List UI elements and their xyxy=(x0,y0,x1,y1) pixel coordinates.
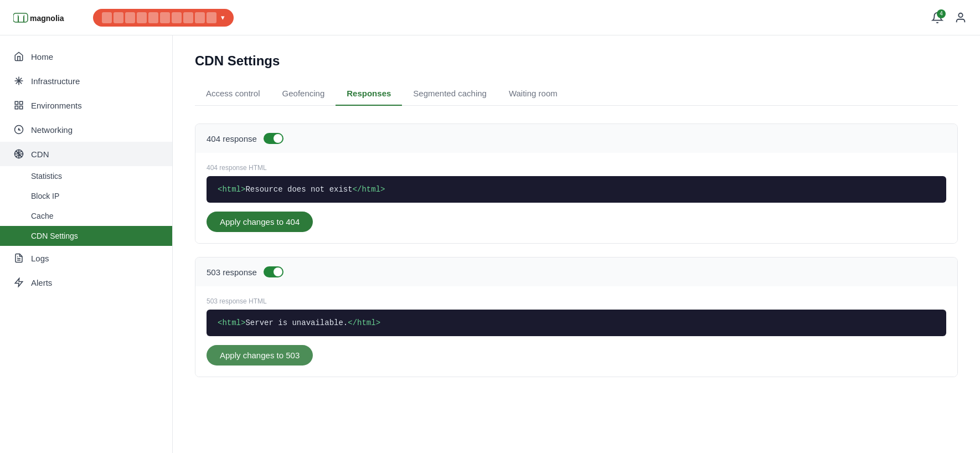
grid-icon xyxy=(13,100,24,111)
sidebar-sub-item-label: CDN Settings xyxy=(31,231,78,240)
sidebar-sub-item-label: Cache xyxy=(31,212,53,220)
svg-marker-20 xyxy=(15,279,23,287)
sidebar-item-label: Alerts xyxy=(31,278,52,287)
topbar: magnolia ▾ 4 xyxy=(0,0,980,35)
logo-svg: magnolia xyxy=(13,10,80,25)
code-tag-open-404: <html> xyxy=(218,185,245,194)
tabs: Access control Geofencing Responses Segm… xyxy=(195,82,958,106)
chevron-down-icon: ▾ xyxy=(221,13,225,22)
svg-point-1 xyxy=(958,13,962,17)
code-text-404: Resource does not exist xyxy=(245,185,352,194)
toggle-503[interactable] xyxy=(264,266,283,277)
env-block xyxy=(102,12,112,23)
sidebar-item-label: CDN xyxy=(31,150,49,159)
topbar-left: magnolia ▾ xyxy=(13,9,234,27)
sidebar-item-label: Networking xyxy=(31,125,73,135)
sidebar-item-home[interactable]: Home xyxy=(0,44,172,69)
env-blocks xyxy=(102,12,216,23)
notifications-button[interactable]: 4 xyxy=(931,12,943,24)
sidebar-item-alerts[interactable]: Alerts xyxy=(0,270,172,295)
asterisk-icon xyxy=(13,75,24,86)
sidebar-item-infrastructure[interactable]: Infrastructure xyxy=(0,69,172,93)
response-header-503: 503 response xyxy=(195,258,957,286)
code-tag-open-503: <html> xyxy=(218,318,245,327)
notification-badge: 4 xyxy=(937,9,946,18)
svg-rect-6 xyxy=(15,101,18,104)
svg-rect-9 xyxy=(15,106,18,109)
tab-responses[interactable]: Responses xyxy=(336,82,402,106)
tab-geofencing[interactable]: Geofencing xyxy=(271,82,336,106)
main-layout: Home Infrastructure Environments xyxy=(0,35,980,453)
response-header-404: 404 response xyxy=(195,124,957,153)
svg-text:magnolia: magnolia xyxy=(30,14,64,23)
env-block xyxy=(172,12,182,23)
sidebar-sub-item-block-ip[interactable]: Block IP xyxy=(0,186,172,206)
sidebar-item-label: Logs xyxy=(31,254,49,263)
svg-rect-8 xyxy=(20,106,23,109)
env-block xyxy=(125,12,135,23)
env-block xyxy=(137,12,147,23)
env-block xyxy=(114,12,123,23)
apply-changes-404-button[interactable]: Apply changes to 404 xyxy=(207,212,313,232)
tab-waiting-room[interactable]: Waiting room xyxy=(498,82,569,106)
sidebar-sub-item-cache[interactable]: Cache xyxy=(0,206,172,226)
code-tag-close-404: </html> xyxy=(353,185,385,194)
logs-icon xyxy=(13,253,24,264)
response-title-404: 404 response xyxy=(207,134,257,143)
sidebar-item-label: Environments xyxy=(31,101,82,110)
code-label-404: 404 response HTML xyxy=(207,164,946,172)
sidebar-sub-item-label: Block IP xyxy=(31,192,59,200)
sidebar-sub-item-statistics[interactable]: Statistics xyxy=(0,166,172,186)
sidebar-item-label: Infrastructure xyxy=(31,76,80,86)
apply-changes-503-button[interactable]: Apply changes to 503 xyxy=(207,345,313,366)
sidebar-item-cdn[interactable]: CDN xyxy=(0,142,172,166)
svg-rect-7 xyxy=(20,101,23,104)
env-block xyxy=(195,12,205,23)
sidebar-item-networking[interactable]: Networking xyxy=(0,117,172,142)
response-title-503: 503 response xyxy=(207,267,257,277)
main-content: CDN Settings Access control Geofencing R… xyxy=(173,35,980,453)
env-block xyxy=(207,12,216,23)
response-body-404: 404 response HTML <html>Resource does no… xyxy=(195,153,957,243)
logo: magnolia xyxy=(13,10,80,25)
env-block xyxy=(160,12,170,23)
svg-point-13 xyxy=(18,129,19,130)
response-body-503: 503 response HTML <html>Server is unavai… xyxy=(195,286,957,377)
alerts-icon xyxy=(13,277,24,288)
response-card-404: 404 response 404 response HTML <html>Res… xyxy=(195,123,958,244)
tab-access-control[interactable]: Access control xyxy=(195,82,271,106)
toggle-404[interactable] xyxy=(264,133,283,144)
sidebar-item-logs[interactable]: Logs xyxy=(0,246,172,270)
page-title: CDN Settings xyxy=(195,53,958,69)
sidebar-item-environments[interactable]: Environments xyxy=(0,93,172,117)
sidebar: Home Infrastructure Environments xyxy=(0,35,173,453)
home-icon xyxy=(13,51,24,62)
env-block xyxy=(183,12,193,23)
code-text-503: Server is unavailable. xyxy=(245,318,348,327)
user-icon xyxy=(955,12,967,24)
tab-segmented-caching[interactable]: Segmented caching xyxy=(402,82,498,106)
response-card-503: 503 response 503 response HTML <html>Ser… xyxy=(195,257,958,377)
sidebar-sub-item-label: Statistics xyxy=(31,172,62,181)
cdn-icon xyxy=(13,148,24,159)
code-tag-close-503: </html> xyxy=(348,318,380,327)
env-block xyxy=(148,12,158,23)
sidebar-sub-item-cdn-settings[interactable]: CDN Settings xyxy=(0,226,172,246)
code-block-404[interactable]: <html>Resource does not exist</html> xyxy=(207,176,946,203)
code-label-503: 503 response HTML xyxy=(207,297,946,305)
code-block-503[interactable]: <html>Server is unavailable.</html> xyxy=(207,310,946,336)
sidebar-item-label: Home xyxy=(31,52,53,61)
networking-icon xyxy=(13,124,24,135)
env-selector[interactable]: ▾ xyxy=(93,9,234,27)
user-button[interactable] xyxy=(955,12,967,24)
topbar-right: 4 xyxy=(931,12,967,24)
